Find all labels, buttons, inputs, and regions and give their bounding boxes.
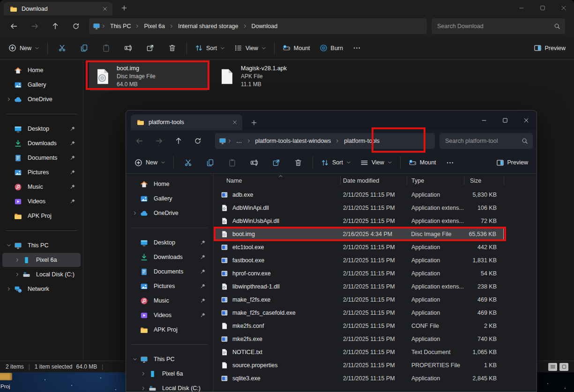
breadcrumb-internal-shared-storage[interactable]: Internal shared storage [175,23,242,30]
minimize-button[interactable] [473,111,494,130]
forward-button[interactable] [24,18,45,34]
details-view-toggle[interactable] [548,363,557,371]
share-button[interactable] [265,155,287,170]
copy-button[interactable] [73,40,95,56]
new-button[interactable]: New [4,40,44,56]
file-row-make-f2fs-exe[interactable]: make_f2fs.exe 2/11/2025 11:15 PM Applica… [214,293,537,306]
file-row-hprof-conv-exe[interactable]: hprof-conv.exe 2/11/2025 11:15 PM Applic… [214,267,537,280]
search-input[interactable] [444,137,522,145]
sidebar-item-videos[interactable]: Videos [128,308,211,322]
column-header-date-modified[interactable]: Date modified [341,174,407,187]
column-header-name[interactable]: Name [214,174,341,187]
file-row-sqlite3-exe[interactable]: sqlite3.exe 2/11/2025 11:15 PM Applicati… [214,372,537,385]
file-row-notice-txt[interactable]: NOTICE.txt 2/11/2025 11:15 PM Text Docum… [214,346,537,359]
sidebar-item-pixel-6a[interactable]: Pixel 6a [2,253,81,267]
sidebar-item-this-pc[interactable]: This PC [128,352,211,366]
sidebar-item-pictures[interactable]: Pictures [2,165,81,179]
up-button[interactable] [45,18,66,34]
sidebar-item-onedrive[interactable]: OneDrive [128,206,211,220]
sidebar-item-downloads[interactable]: Downloads [2,136,81,150]
back-button[interactable] [130,133,149,149]
breadcrumb-platform-tools-latest-windows[interactable]: platform-tools-latest-windows [252,138,335,144]
file-row-mke2fs-exe[interactable]: mke2fs.exe 2/11/2025 11:15 PM Applicatio… [214,333,537,346]
maximize-button[interactable] [532,0,553,15]
rename-button[interactable] [243,155,265,170]
minimize-button[interactable] [511,0,532,15]
new-button[interactable]: New [130,155,170,170]
file-row-mke2fs-conf[interactable]: mke2fs.conf 2/11/2025 11:15 PM CONF File… [214,319,537,333]
new-tab-button[interactable] [248,117,260,129]
chevron-down-icon[interactable] [4,243,14,248]
sidebar-item-network[interactable]: Network [2,282,81,296]
sort-button[interactable]: Sort [316,155,356,170]
back-button[interactable] [4,18,24,34]
more-options-button[interactable] [348,40,366,56]
maximize-button[interactable] [494,111,515,130]
cut-button[interactable] [51,40,73,56]
sidebar-item-documents[interactable]: Documents [2,151,81,165]
breadcrumb-overflow[interactable]: … [233,138,246,144]
search-icon[interactable] [522,138,528,144]
column-header-type[interactable]: Type [407,174,464,187]
chevron-right-icon[interactable] [4,97,14,102]
sidebar-item-local-disk-c[interactable]: Local Disk (C:) [2,267,81,281]
thumbnail-view-toggle[interactable] [559,363,568,371]
preview-button[interactable]: Preview [529,40,570,56]
file-row-fastboot-exe[interactable]: fastboot.exe 2/11/2025 11:15 PM Applicat… [214,254,537,267]
share-button[interactable] [139,40,161,56]
more-options-button[interactable] [441,155,460,170]
file-tile-boot-img[interactable]: boot.img Disc Image File 64.0 MB [89,62,208,91]
sidebar-item-pixel-6a[interactable]: Pixel 6a [128,367,211,381]
burn-button[interactable]: Burn [315,40,348,56]
mount-button[interactable]: Mount [404,155,441,170]
chevron-right-icon[interactable] [12,272,22,277]
close-button[interactable] [515,111,537,130]
view-button[interactable]: View [230,40,271,56]
tab-platform-tools[interactable]: platform-tools [131,114,242,130]
file-row-adbwinusbapi-dll[interactable]: AdbWinUsbApi.dll 2/11/2025 11:15 PM Appl… [214,214,537,228]
file-row-libwinpthread-1-dll[interactable]: libwinpthread-1.dll 2/11/2025 11:15 PM A… [214,280,537,293]
breadcrumb-download[interactable]: Download [248,23,281,30]
chevron-right-icon[interactable] [130,211,140,215]
new-tab-button[interactable] [118,2,130,14]
refresh-button[interactable] [188,133,208,149]
refresh-button[interactable] [66,18,86,34]
chevron-right-icon[interactable] [4,287,14,291]
sidebar-item-gallery[interactable]: Gallery [2,78,81,92]
search-icon[interactable] [554,23,560,30]
view-button[interactable]: View [356,155,397,170]
copy-button[interactable] [199,155,221,170]
file-row-source-properties[interactable]: source.properties 2/11/2025 11:15 PM PRO… [214,359,537,372]
sidebar-item-home[interactable]: Home [2,63,81,77]
sort-button[interactable]: Sort [190,40,230,56]
sidebar-item-home[interactable]: Home [128,177,211,191]
sidebar-item-apk-proj[interactable]: APK Proj [2,209,81,223]
desktop-folder-icon[interactable] [0,373,12,380]
rename-button[interactable] [117,40,139,56]
chevron-right-icon[interactable] [138,371,149,376]
sidebar-item-music[interactable]: Music [2,180,81,194]
up-button[interactable] [169,133,188,149]
file-row-boot-img[interactable]: boot.img 2/16/2025 4:34 PM Disc Image Fi… [214,228,504,241]
paste-button[interactable] [221,155,243,170]
delete-button[interactable] [287,155,309,170]
mount-button[interactable]: Mount [278,40,315,56]
breadcrumb-this-pc[interactable]: This PC [107,23,134,30]
sidebar-item-gallery[interactable]: Gallery [128,192,211,206]
breadcrumb-pixel-6a[interactable]: Pixel 6a [141,23,168,30]
sidebar-item-documents[interactable]: Documents [128,265,211,279]
sidebar-item-onedrive[interactable]: OneDrive [2,92,81,106]
forward-button[interactable] [149,133,169,149]
tab-download[interactable]: Download [4,2,112,15]
sidebar-item-desktop[interactable]: Desktop [128,236,211,250]
sidebar-item-this-pc[interactable]: This PC [2,238,81,252]
sidebar-item-local-disk-c[interactable]: Local Disk (C:) [128,381,211,392]
paste-button[interactable] [95,40,117,56]
file-row-adbwinapi-dll[interactable]: AdbWinApi.dll 2/11/2025 11:15 PM Applica… [214,201,537,214]
breadcrumb-platform-tools[interactable]: platform-tools [341,138,383,144]
chevron-down-icon[interactable] [130,357,140,362]
sidebar-item-downloads[interactable]: Downloads [128,250,211,264]
close-tab-icon[interactable] [102,6,108,12]
desktop-icon-label[interactable]: Proj [0,384,10,389]
file-row-make-f2fs-casefold-exe[interactable]: make_f2fs_casefold.exe 2/11/2025 11:15 P… [214,306,537,319]
